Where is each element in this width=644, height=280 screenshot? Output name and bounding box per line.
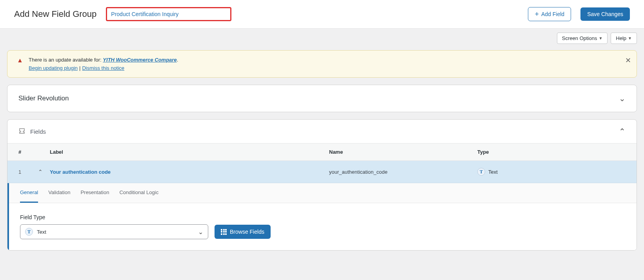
chevron-down-icon: ⌄ bbox=[198, 228, 203, 236]
field-label-link[interactable]: Your authentication code bbox=[50, 169, 111, 175]
tab-validation[interactable]: Validation bbox=[48, 183, 70, 203]
col-header-label: Label bbox=[50, 149, 329, 155]
slider-revolution-header[interactable]: Slider Revolution ⌄ bbox=[7, 85, 637, 112]
page-title: Add New Field Group bbox=[14, 9, 96, 19]
field-type-select[interactable]: T Text ⌄ bbox=[20, 224, 208, 239]
tab-conditional-logic[interactable]: Conditional Logic bbox=[119, 183, 158, 203]
settings-tabs: General Validation Presentation Conditio… bbox=[9, 183, 637, 203]
dismiss-notice-link[interactable]: Dismiss this notice bbox=[82, 65, 124, 71]
text-type-icon: T bbox=[477, 168, 485, 176]
begin-updating-link[interactable]: Begin updating plugin bbox=[29, 65, 78, 71]
caret-down-icon: ▼ bbox=[599, 36, 602, 40]
add-field-button[interactable]: + Add Field bbox=[528, 7, 571, 21]
screen-tabs: Screen Options ▼ Help ▼ bbox=[0, 29, 644, 44]
browse-fields-button[interactable]: Browse Fields bbox=[215, 225, 271, 239]
chevron-down-icon: ⌄ bbox=[619, 94, 626, 103]
slider-revolution-panel: Slider Revolution ⌄ bbox=[7, 85, 637, 112]
row-number: 1 bbox=[18, 169, 38, 175]
save-changes-button[interactable]: Save Changes bbox=[580, 7, 630, 21]
grid-icon bbox=[221, 229, 227, 235]
update-notice: ▲ There is an update available for: YITH… bbox=[7, 50, 637, 78]
tab-general[interactable]: General bbox=[20, 183, 38, 203]
close-notice-button[interactable]: ✕ bbox=[625, 56, 631, 65]
field-type-selected: Text bbox=[37, 229, 46, 235]
collapse-row-icon[interactable]: ⌃ bbox=[38, 169, 43, 175]
col-header-num: # bbox=[18, 149, 38, 155]
save-changes-label: Save Changes bbox=[587, 11, 623, 17]
slider-revolution-title: Slider Revolution bbox=[18, 95, 614, 102]
field-row[interactable]: 1 ⌃ Your authentication code your_authen… bbox=[7, 161, 637, 183]
warning-icon: ▲ bbox=[17, 57, 23, 64]
puzzle-icon bbox=[18, 127, 25, 136]
tab-presentation[interactable]: Presentation bbox=[80, 183, 109, 203]
add-field-label: Add Field bbox=[541, 11, 564, 17]
col-header-type: Type bbox=[477, 149, 626, 155]
fields-panel-title: Fields bbox=[30, 128, 614, 135]
field-group-title-input[interactable] bbox=[106, 7, 231, 21]
plus-icon: + bbox=[535, 11, 539, 18]
chevron-up-icon: ⌃ bbox=[619, 127, 626, 136]
browse-fields-label: Browse Fields bbox=[230, 229, 264, 235]
fields-table-header: # Label Name Type bbox=[7, 144, 637, 161]
close-icon: ✕ bbox=[625, 56, 631, 64]
col-header-name: Name bbox=[329, 149, 477, 155]
field-name: your_authentication_code bbox=[329, 169, 477, 175]
field-settings: General Validation Presentation Conditio… bbox=[7, 183, 637, 250]
notice-prefix: There is an update available for: bbox=[29, 57, 103, 63]
screen-options-button[interactable]: Screen Options ▼ bbox=[557, 33, 608, 44]
field-type-label: Field Type bbox=[20, 214, 626, 220]
top-bar: Add New Field Group + Add Field Save Cha… bbox=[0, 0, 644, 29]
help-button[interactable]: Help ▼ bbox=[611, 33, 637, 44]
field-type-text: Text bbox=[488, 169, 498, 175]
text-type-icon: T bbox=[25, 228, 33, 236]
caret-down-icon: ▼ bbox=[628, 36, 632, 40]
fields-panel-header[interactable]: Fields ⌃ bbox=[7, 120, 637, 144]
plugin-link[interactable]: YITH WooCommerce Compare bbox=[103, 57, 176, 63]
fields-panel: Fields ⌃ # Label Name Type 1 ⌃ Your auth… bbox=[7, 119, 637, 251]
